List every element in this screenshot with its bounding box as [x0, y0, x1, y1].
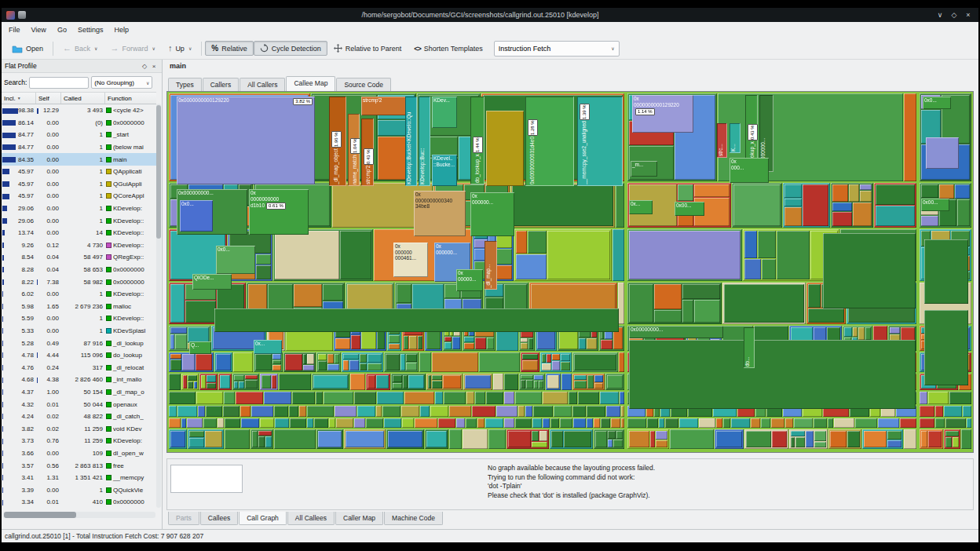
treemap-block[interactable]: KDev... [432, 97, 457, 128]
tab-all-callees[interactable]: All Callees [287, 512, 335, 525]
column-header-called[interactable]: Called [61, 93, 105, 104]
table-row[interactable]: 5.330.001KDevSplasl [2, 325, 156, 338]
table-row[interactable]: 3.390.001QQuickVie [2, 483, 156, 496]
table-row[interactable]: 29.060.001KDevelop: [2, 203, 156, 215]
table-row[interactable]: 4.320.0150 044openaux [2, 398, 156, 411]
treemap-block[interactable]: 0x00000000001292203.82 % [177, 97, 315, 184]
event-type-select[interactable]: Instruction Fetch ∨ [494, 41, 620, 57]
table-row[interactable]: 84.350.001main [2, 153, 156, 166]
table-row[interactable]: 9.260.124 730KDevelop:: [2, 239, 156, 252]
table-row[interactable]: 8.227.3858 9820x0000000 [2, 276, 156, 288]
column-header-function[interactable]: Function [105, 93, 156, 104]
tab-parts[interactable]: Parts [168, 512, 199, 525]
treemap-block[interactable]: 0x00000000... [629, 326, 723, 338]
treemap-block[interactable]: strc... [717, 123, 727, 158]
treemap-block[interactable]: 0x00... [921, 199, 949, 211]
treemap-block[interactable]: 0x00000000031d4e01.28 % [525, 97, 574, 186]
maximize-button[interactable]: ◇ [949, 11, 960, 19]
table-row[interactable]: 6.020.001KDevelop:: [2, 288, 156, 301]
table-row[interactable]: 86.140.00(0)0x0000000 [2, 117, 156, 130]
treemap-block[interactable]: KDevelop::Buc:: [419, 97, 430, 186]
treemap-block[interactable]: 0x0... [923, 97, 951, 109]
table-row[interactable]: 3.820.0211 259void KDev [2, 422, 156, 435]
treemap-block[interactable]: 0x 00000... [456, 269, 483, 291]
table-row[interactable]: 45.970.001QApplicati [2, 166, 156, 178]
treemap-block[interactable]: 0x 0000000000340 34be8 [414, 191, 466, 236]
table-row[interactable]: 84.770.001(below mai [2, 141, 156, 154]
table-row[interactable]: 3.340.014100x0000000 [2, 496, 156, 509]
table-row[interactable]: 8.540.0458 497QRegExp:: [2, 251, 156, 264]
tab-callee-map[interactable]: Callee Map [286, 76, 335, 91]
treemap-block[interactable] [926, 137, 959, 169]
relative-to-parent-button[interactable]: Relative to Parent [327, 41, 408, 56]
table-row[interactable]: 5.280.4987 916_dl_lookup [2, 337, 156, 349]
tab-callees[interactable]: Callees [200, 512, 238, 525]
tab-machine-code[interactable]: Machine Code [384, 512, 443, 525]
treemap-block[interactable]: strcmp'2 [361, 97, 408, 115]
grouping-select[interactable]: (No Grouping) ∨ [91, 76, 152, 89]
table-row[interactable]: 4.240.0248 822_dl_catch_ [2, 411, 156, 423]
cycle-detection-toggle[interactable]: Cycle Detection [254, 41, 327, 56]
table-row[interactable]: 45.970.001QGuiAppli [2, 178, 156, 191]
table-row[interactable]: 3.730.7611 259KDevelop: [2, 435, 156, 447]
menu-item-settings[interactable]: Settings [72, 24, 109, 36]
treemap-block[interactable]: 0x0... [216, 246, 255, 274]
call-graph-canvas[interactable] [170, 465, 243, 493]
table-row[interactable]: 45.970.001QCoreAppl [2, 190, 156, 203]
treemap-block[interactable]: 0x 0000000000 d1b100.61 % [249, 189, 309, 235]
table-row[interactable]: 29.060.001KDevelop:: [2, 214, 156, 227]
table-row[interactable]: 5.590.001KDevelop:: [2, 312, 156, 325]
treemap-block[interactable]: _m... [631, 161, 657, 177]
treemap-block[interactable]: QIODe... [192, 274, 232, 290]
minimize-button[interactable]: ∨ [934, 11, 945, 19]
close-dock-button[interactable]: × [149, 63, 159, 70]
tab-callers[interactable]: Callers [203, 78, 239, 91]
table-row[interactable]: 4.371.0050 154_dl_map_o [2, 386, 156, 399]
treemap-block[interactable] [486, 111, 524, 186]
column-header-incl[interactable]: Incl. ▼ [2, 93, 36, 104]
up-button[interactable]: ↑ Up ∨ [162, 41, 198, 56]
table-row[interactable]: 84.770.001_start [2, 129, 156, 141]
menu-item-file[interactable]: File [3, 24, 26, 36]
treemap-block[interactable]: 0x 000000 000461... [393, 243, 428, 277]
treemap-block[interactable]: KDevel.. ::Bucke... [432, 155, 457, 186]
vertical-scrollbar-thumb[interactable] [156, 105, 161, 239]
treemap-block[interactable]: do_lookup_x1.44 % [470, 97, 485, 184]
treemap-block[interactable]: 0x 000... [730, 158, 769, 183]
treemap-block[interactable]: strcmp'20.43 % [361, 119, 374, 186]
table-row[interactable]: 4.760.24317_dl_relocat [2, 361, 156, 374]
horizontal-scrollbar[interactable] [3, 512, 155, 518]
relative-toggle[interactable]: % Relative [205, 41, 253, 56]
table-row[interactable]: 5.981.652 679 236malloc [2, 301, 156, 313]
table-row[interactable]: 4.684.382 826 460_int_mallo [2, 374, 156, 386]
table-row[interactable]: 98.3812.293 493<cycle 42> [2, 104, 156, 117]
treemap-block[interactable]: K... [730, 123, 740, 153]
titlebar[interactable]: /home/sergobot/Documents/GCI/screenshots… [2, 8, 978, 22]
search-input[interactable] [29, 77, 89, 89]
tab-source-code[interactable]: Source Code [336, 78, 391, 91]
treemap-block[interactable]: 0x0... [180, 200, 213, 232]
tab-all-callers[interactable]: All Callers [240, 78, 285, 91]
table-row[interactable]: 3.660.00109dl_open_w [2, 447, 156, 460]
treemap-block[interactable]: 0x 00000000001292201.14 % [632, 95, 693, 133]
treemap-block[interactable]: _dl_map_object1.96 % [329, 97, 346, 186]
treemap-block[interactable]: Q... [189, 341, 211, 354]
table-row[interactable]: 13.740.0014KDevelop:: [2, 227, 156, 239]
tab-caller-map[interactable]: Caller Map [335, 512, 383, 525]
menu-item-help[interactable]: Help [108, 24, 134, 36]
treemap-block[interactable]: __memcpy_sse2_unaligned1.39 % [577, 97, 623, 186]
close-button[interactable]: × [963, 11, 974, 19]
back-button[interactable]: ← Back ∨ [57, 41, 104, 56]
float-dock-button[interactable]: ◇ [140, 63, 149, 70]
treemap-block[interactable]: KDevelop::Bucket<KDevelo::Qu [405, 97, 417, 186]
tab-types[interactable]: Types [168, 78, 202, 91]
column-header-self[interactable]: Self [36, 93, 61, 104]
shorten-templates-button[interactable]: <> Shorten Templates [408, 42, 488, 56]
treemap-block[interactable]: name_match1.04 % [348, 114, 360, 186]
menu-item-view[interactable]: View [26, 24, 52, 36]
treemap-block[interactable]: do... [744, 327, 755, 368]
tab-call-graph[interactable]: Call Graph [239, 512, 287, 525]
table-row[interactable]: 3.570.562 863 813free [2, 459, 156, 472]
table-row[interactable]: 4.784.44115 096do_lookup [2, 349, 156, 362]
treemap-block[interactable]: 0x... [629, 200, 653, 214]
